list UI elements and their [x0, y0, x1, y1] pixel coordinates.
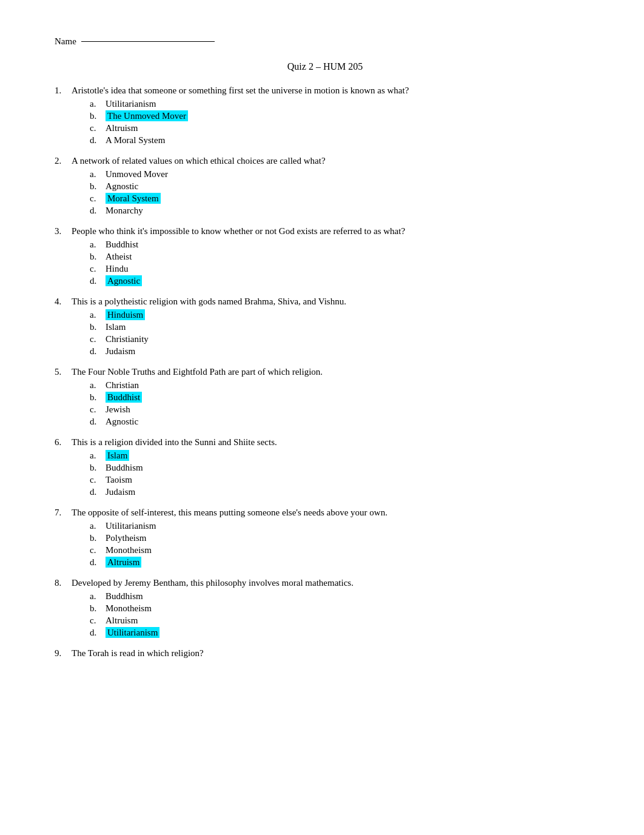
option-3-1: a.Buddhist — [89, 239, 595, 250]
option-letter-3-3: c. — [90, 264, 106, 274]
option-5-2: b.Buddhist — [89, 392, 595, 403]
question-7: 7.The opposite of self-interest, this me… — [55, 508, 595, 568]
question-number-3: 3. — [55, 226, 72, 236]
question-number-5: 5. — [55, 367, 72, 377]
option-5-3: c.Jewish — [89, 404, 595, 415]
questions-list: 1.Aristotle's idea that someone or somet… — [55, 86, 595, 659]
option-text-2-4: Monarchy — [106, 206, 594, 216]
option-letter-8-3: c. — [90, 615, 106, 626]
option-3-2: b.Atheist — [89, 251, 595, 263]
option-letter-4-2: b. — [90, 322, 106, 332]
name-field[interactable] — [81, 41, 215, 42]
option-text-4-2: Islam — [106, 322, 594, 332]
option-8-3: c.Altruism — [89, 615, 595, 626]
option-text-5-2: Buddhist — [106, 392, 594, 403]
option-6-1: a.Islam — [89, 450, 595, 461]
option-2-3: c.Moral System — [89, 193, 595, 204]
option-2-4: d.Monarchy — [89, 205, 595, 216]
option-letter-7-1: a. — [90, 521, 106, 531]
option-text-6-3: Taoism — [106, 475, 594, 485]
option-text-5-1: Christian — [106, 380, 594, 391]
option-7-4: d.Altruism — [89, 557, 595, 568]
option-8-1: a.Buddhism — [89, 591, 595, 602]
option-text-2-2: Agnostic — [106, 181, 594, 192]
question-5: 5.The Four Noble Truths and Eightfold Pa… — [55, 367, 595, 428]
option-letter-3-1: a. — [90, 240, 106, 250]
option-letter-3-4: d. — [90, 276, 106, 286]
option-text-3-4: Agnostic — [106, 276, 594, 286]
option-text-6-4: Judaism — [106, 487, 594, 497]
option-6-4: d.Judaism — [89, 486, 595, 498]
options-list-5: a.Christianb.Buddhistc.Jewishd.Agnostic — [89, 380, 595, 428]
option-text-8-2: Monotheism — [106, 603, 594, 614]
question-text-4: This is a polytheistic religion with god… — [72, 297, 595, 307]
option-text-1-4: A Moral System — [106, 135, 594, 146]
option-letter-7-4: d. — [90, 557, 106, 568]
question-8: 8.Developed by Jeremy Bentham, this phil… — [55, 578, 595, 639]
option-4-2: b.Islam — [89, 321, 595, 333]
option-letter-2-4: d. — [90, 206, 106, 216]
option-text-2-3: Moral System — [106, 193, 594, 204]
option-letter-4-4: d. — [90, 346, 106, 357]
option-letter-3-2: b. — [90, 252, 106, 262]
option-letter-6-1: a. — [90, 451, 106, 461]
question-9: 9.The Torah is read in which religion? — [55, 648, 595, 659]
option-6-2: b.Buddhism — [89, 462, 595, 474]
option-text-3-1: Buddhist — [106, 240, 594, 250]
question-number-4: 4. — [55, 297, 72, 307]
option-5-4: d.Agnostic — [89, 416, 595, 428]
option-letter-5-2: b. — [90, 392, 106, 403]
question-number-2: 2. — [55, 156, 72, 166]
option-4-1: a.Hinduism — [89, 309, 595, 321]
option-text-7-3: Monotheism — [106, 545, 594, 555]
option-letter-7-3: c. — [90, 545, 106, 555]
question-text-5: The Four Noble Truths and Eightfold Path… — [72, 367, 595, 377]
option-letter-8-1: a. — [90, 591, 106, 602]
option-5-1: a.Christian — [89, 380, 595, 391]
question-number-1: 1. — [55, 86, 72, 96]
option-letter-7-2: b. — [90, 533, 106, 543]
question-text-9: The Torah is read in which religion? — [72, 648, 595, 659]
option-letter-1-2: b. — [90, 111, 106, 121]
option-letter-4-3: c. — [90, 334, 106, 344]
option-text-8-1: Buddhism — [106, 591, 594, 602]
name-section: Name — [55, 36, 595, 47]
option-text-6-2: Buddhism — [106, 463, 594, 473]
options-list-8: a.Buddhismb.Monotheismc.Altruismd.Utilit… — [89, 591, 595, 639]
option-text-5-4: Agnostic — [106, 417, 594, 427]
option-4-3: c.Christianity — [89, 334, 595, 345]
question-text-7: The opposite of self-interest, this mean… — [72, 508, 595, 518]
option-text-4-1: Hinduism — [106, 310, 594, 320]
options-list-1: a.Utilitarianismb.The Unmoved Moverc.Alt… — [89, 98, 595, 146]
option-text-1-2: The Unmoved Mover — [106, 111, 594, 121]
question-4: 4.This is a polytheistic religion with g… — [55, 297, 595, 357]
option-4-4: d.Judaism — [89, 346, 595, 357]
option-letter-8-2: b. — [90, 603, 106, 614]
option-text-8-3: Altruism — [106, 615, 594, 626]
option-3-3: c.Hindu — [89, 263, 595, 275]
option-1-1: a.Utilitarianism — [89, 98, 595, 110]
question-text-8: Developed by Jeremy Bentham, this philos… — [72, 578, 595, 588]
option-1-4: d.A Moral System — [89, 135, 595, 146]
option-text-5-3: Jewish — [106, 404, 594, 415]
option-text-3-2: Atheist — [106, 252, 594, 262]
option-1-2: b.The Unmoved Mover — [89, 110, 595, 122]
option-letter-6-4: d. — [90, 487, 106, 497]
question-2: 2.A network of related values on which e… — [55, 156, 595, 216]
question-text-1: Aristotle's idea that someone or somethi… — [72, 86, 595, 96]
quiz-title: Quiz 2 – HUM 205 — [55, 61, 595, 72]
options-list-7: a.Utilitarianismb.Polytheismc.Monotheism… — [89, 520, 595, 568]
option-2-2: b.Agnostic — [89, 181, 595, 192]
option-text-1-3: Altruism — [106, 123, 594, 133]
question-text-6: This is a religion divided into the Sunn… — [72, 437, 595, 448]
option-text-7-1: Utilitarianism — [106, 521, 594, 531]
question-text-3: People who think it's impossible to know… — [72, 226, 595, 236]
question-number-7: 7. — [55, 508, 72, 518]
option-text-6-1: Islam — [106, 451, 594, 461]
option-1-3: c.Altruism — [89, 122, 595, 134]
question-number-6: 6. — [55, 437, 72, 448]
option-letter-5-3: c. — [90, 404, 106, 415]
option-2-1: a.Unmoved Mover — [89, 169, 595, 180]
option-6-3: c.Taoism — [89, 474, 595, 486]
option-letter-2-3: c. — [90, 193, 106, 204]
